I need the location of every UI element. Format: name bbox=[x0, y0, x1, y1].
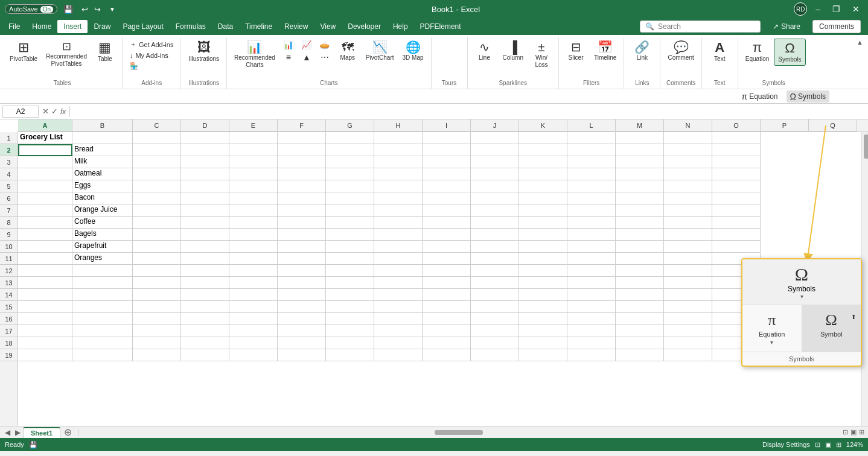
row-num-10[interactable]: 10 bbox=[0, 241, 18, 253]
normal-view-button[interactable]: ⊡ bbox=[843, 428, 848, 436]
row-num-6[interactable]: 6 bbox=[0, 192, 18, 204]
row-num-1[interactable]: 1 bbox=[0, 132, 18, 144]
column-sparkline-button[interactable]: ▐ Column bbox=[499, 39, 527, 64]
scatter-chart-button[interactable]: ⋯ bbox=[316, 51, 333, 63]
customize-btn[interactable]: ▼ bbox=[107, 5, 118, 14]
my-addins-button[interactable]: ↓ My Add-ins bbox=[126, 51, 172, 60]
row-num-5[interactable]: 5 bbox=[0, 180, 18, 192]
cell-E2[interactable] bbox=[229, 144, 278, 156]
row-num-18[interactable]: 18 bbox=[0, 337, 18, 349]
row-num-8[interactable]: 8 bbox=[0, 217, 18, 229]
col-header-O[interactable]: O bbox=[712, 119, 761, 131]
search-box[interactable]: 🔍 bbox=[640, 21, 761, 33]
cell-B7[interactable]: Orange Juice bbox=[72, 204, 133, 217]
cell-H2[interactable] bbox=[374, 144, 423, 156]
sheet-tab-sheet1[interactable]: Sheet1 bbox=[23, 427, 60, 438]
cell-C3[interactable] bbox=[133, 156, 181, 168]
sheet-next-button[interactable]: ▶ bbox=[13, 428, 23, 437]
row-num-3[interactable]: 3 bbox=[0, 156, 18, 168]
row-num-15[interactable]: 15 bbox=[0, 301, 18, 313]
row-num-7[interactable]: 7 bbox=[0, 204, 18, 217]
area-chart-button[interactable]: ▲ bbox=[298, 51, 315, 63]
maps-button[interactable]: 🗺 Maps bbox=[334, 39, 361, 64]
cell-B1[interactable] bbox=[72, 132, 133, 144]
cell-B4[interactable]: Oatmeal bbox=[72, 168, 133, 180]
scrollbar-thumb-v[interactable] bbox=[864, 135, 868, 159]
cell-B2[interactable]: Bread bbox=[72, 144, 133, 156]
menu-developer[interactable]: Developer bbox=[342, 20, 387, 33]
menu-review[interactable]: Review bbox=[278, 20, 314, 33]
view-page-icon[interactable]: ▣ bbox=[825, 441, 831, 449]
autosave-toggle[interactable]: AutoSave On bbox=[5, 4, 57, 14]
col-header-F[interactable]: F bbox=[278, 119, 326, 131]
cell-B10[interactable]: Grapefruit bbox=[72, 241, 133, 253]
symbols-ribbon-button[interactable]: Ω Symbols bbox=[774, 39, 805, 66]
cell-C2[interactable] bbox=[133, 144, 181, 156]
col-header-M[interactable]: M bbox=[616, 119, 664, 131]
col-header-H[interactable]: H bbox=[374, 119, 423, 131]
cell-G2[interactable] bbox=[326, 144, 374, 156]
row-num-13[interactable]: 13 bbox=[0, 277, 18, 289]
scrollbar-thumb-h[interactable] bbox=[435, 430, 483, 435]
cell-A2[interactable] bbox=[18, 144, 72, 156]
col-header-I[interactable]: I bbox=[423, 119, 471, 131]
ribbon-collapse-button[interactable]: ▲ bbox=[854, 37, 866, 47]
cell-B6[interactable]: Bacon bbox=[72, 192, 133, 204]
restore-button[interactable]: ❐ bbox=[829, 3, 844, 15]
cell-L2[interactable] bbox=[567, 144, 616, 156]
illustrations-button[interactable]: 🖼 Illustrations bbox=[185, 39, 223, 65]
row-num-11[interactable]: 11 bbox=[0, 253, 18, 265]
cell-I2[interactable] bbox=[423, 144, 471, 156]
cell-F2[interactable] bbox=[278, 144, 326, 156]
equation-button[interactable]: π Equation bbox=[742, 39, 773, 65]
cell-D1[interactable] bbox=[181, 132, 229, 144]
menu-formulas[interactable]: Formulas bbox=[170, 20, 212, 33]
row-num-16[interactable]: 16 bbox=[0, 313, 18, 325]
page-break-view-button[interactable]: ⊞ bbox=[859, 428, 864, 436]
cell-B11[interactable]: Oranges bbox=[72, 253, 133, 265]
sheet-prev-button[interactable]: ◀ bbox=[2, 428, 13, 437]
redo-button[interactable]: ↪ bbox=[92, 4, 103, 15]
cell-M1[interactable] bbox=[616, 132, 664, 144]
3dmap-button[interactable]: 🌐 3D Map bbox=[399, 39, 427, 64]
save-button[interactable]: 💾 bbox=[61, 4, 75, 15]
comment-button[interactable]: 💬 Comment bbox=[664, 39, 697, 64]
recommended-pivottables-button[interactable]: ⊡ RecommendedPivotTables bbox=[42, 39, 91, 70]
cell-I1[interactable] bbox=[423, 132, 471, 144]
view-normal-icon[interactable]: ⊡ bbox=[815, 441, 820, 449]
row-num-12[interactable]: 12 bbox=[0, 265, 18, 277]
col-header-L[interactable]: L bbox=[567, 119, 616, 131]
cell-L1[interactable] bbox=[567, 132, 616, 144]
equation-popup-item[interactable]: π Equation ▾ bbox=[742, 305, 802, 352]
cell-B9[interactable]: Bagels bbox=[72, 229, 133, 241]
cell-N2[interactable] bbox=[664, 144, 712, 156]
col-header-A[interactable]: A bbox=[18, 119, 72, 131]
store-button[interactable]: 🏪 bbox=[126, 61, 142, 71]
get-addins-button[interactable]: ＋ Get Add-ins bbox=[126, 39, 177, 50]
cell-K1[interactable] bbox=[519, 132, 567, 144]
cell-O1[interactable] bbox=[712, 132, 761, 144]
cell-H1[interactable] bbox=[374, 132, 423, 144]
column-chart-button[interactable]: 📊 bbox=[280, 39, 297, 51]
horizontal-scrollbar[interactable] bbox=[78, 429, 839, 436]
col-header-B[interactable]: B bbox=[72, 119, 133, 131]
cell-J1[interactable] bbox=[471, 132, 519, 144]
col-header-C[interactable]: C bbox=[133, 119, 181, 131]
text-button[interactable]: A Text bbox=[706, 39, 733, 65]
cell-E1[interactable] bbox=[229, 132, 278, 144]
cell-O2[interactable] bbox=[712, 144, 761, 156]
menu-view[interactable]: View bbox=[314, 20, 342, 33]
cell-G1[interactable] bbox=[326, 132, 374, 144]
symbol-popup-item[interactable]: Ω Symbol ⬆ bbox=[802, 305, 861, 352]
menu-file[interactable]: File bbox=[2, 20, 26, 33]
menu-pagelayout[interactable]: Page Layout bbox=[116, 20, 169, 33]
menu-home[interactable]: Home bbox=[26, 20, 57, 33]
recommended-charts-button[interactable]: 📊 RecommendedCharts bbox=[231, 39, 279, 71]
col-header-E[interactable]: E bbox=[229, 119, 278, 131]
page-layout-view-button[interactable]: ▣ bbox=[850, 428, 857, 436]
timeline-button[interactable]: 📅 Timeline bbox=[590, 39, 620, 64]
cell-D2[interactable] bbox=[181, 144, 229, 156]
cell-reference-input[interactable] bbox=[2, 106, 39, 118]
col-header-G[interactable]: G bbox=[326, 119, 374, 131]
search-input[interactable] bbox=[658, 22, 730, 31]
